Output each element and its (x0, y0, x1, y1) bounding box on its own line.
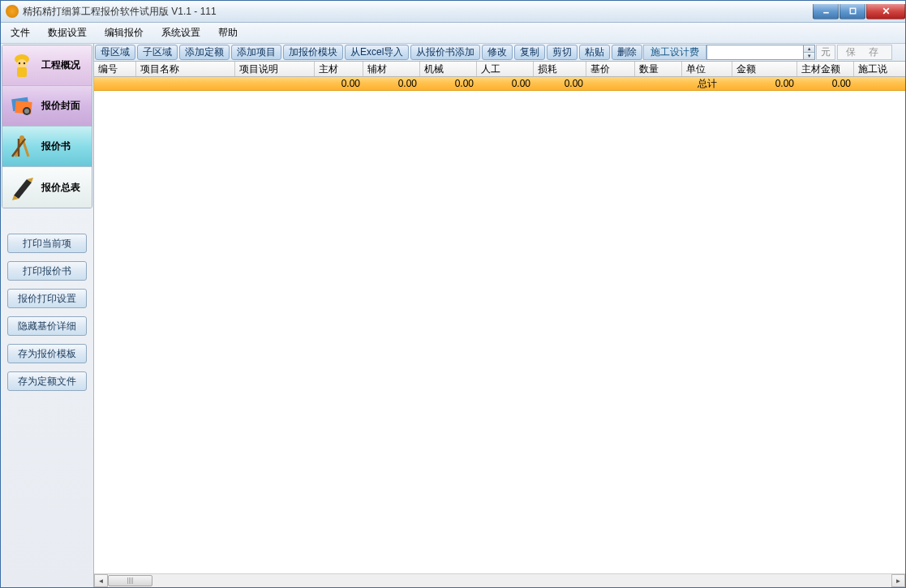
print-settings-button[interactable]: 报价打印设置 (7, 289, 87, 308)
total-main-material: 0.00 (315, 77, 363, 90)
table-header: 编号 项目名称 项目说明 主材 辅材 机械 人工 损耗 基价 数量 单位 金额 … (94, 62, 905, 77)
col-loss[interactable]: 损耗 (534, 62, 586, 76)
total-main-mat-amount: 0.00 (797, 77, 854, 90)
spinner-up-icon[interactable]: ▲ (804, 45, 814, 53)
svg-rect-1 (850, 8, 856, 14)
spinner-down-icon[interactable]: ▼ (804, 53, 814, 59)
horizontal-scrollbar[interactable]: ◄ ► (94, 573, 905, 587)
parent-region-button[interactable]: 母区域 (95, 45, 135, 60)
minimize-button[interactable] (813, 4, 839, 19)
add-quote-module-button[interactable]: 加报价模块 (283, 45, 343, 60)
print-quote-button[interactable]: 打印报价书 (7, 261, 87, 281)
child-region-button[interactable]: 子区域 (137, 45, 178, 60)
import-excel-button[interactable]: 从Excel导入 (345, 45, 409, 60)
add-item-button[interactable]: 添加项目 (231, 45, 281, 60)
content-area: 母区域 子区域 添加定额 添加项目 加报价模块 从Excel导入 从报价书添加 … (94, 44, 905, 587)
col-item-name[interactable]: 项目名称 (136, 62, 235, 76)
svg-point-7 (19, 62, 20, 63)
col-labor[interactable]: 人工 (477, 62, 534, 76)
svg-point-13 (19, 135, 24, 140)
print-current-button[interactable]: 打印当前项 (7, 234, 87, 253)
save-norm-file-button[interactable]: 存为定额文件 (7, 371, 87, 391)
nav-tab-label: 报价封面 (41, 99, 80, 113)
save-quote-template-button[interactable]: 存为报价模板 (7, 344, 87, 363)
menu-system-settings[interactable]: 系统设置 (161, 26, 200, 40)
total-aux-material: 0.00 (363, 77, 420, 90)
hide-base-price-button[interactable]: 隐藏基价详细 (7, 316, 87, 336)
scroll-thumb[interactable] (108, 575, 152, 586)
compass-icon (7, 132, 36, 161)
col-unit[interactable]: 单位 (682, 62, 732, 76)
total-machine: 0.00 (420, 77, 477, 90)
sidebar: 工程概况 报价封面 报价书 (1, 44, 94, 587)
title-bar: 精拓精打细算工程报价软件试用版 V1.1 - 111 (1, 1, 905, 23)
delete-button[interactable]: 删除 (612, 45, 642, 60)
nav-tab-label: 报价书 (41, 139, 71, 153)
scroll-left-button[interactable]: ◄ (94, 574, 108, 587)
total-loss: 0.00 (534, 77, 586, 90)
svg-point-12 (24, 109, 29, 114)
modify-button[interactable]: 修改 (482, 45, 513, 60)
col-aux-material[interactable]: 辅材 (363, 62, 420, 76)
nav-tab-label: 工程概况 (41, 58, 80, 72)
menu-file[interactable]: 文件 (11, 26, 30, 40)
save-button[interactable]: 保 存 (837, 45, 891, 60)
col-base-price[interactable]: 基价 (586, 62, 635, 76)
svg-rect-6 (17, 67, 27, 77)
menu-data-settings[interactable]: 数据设置 (48, 26, 87, 40)
worker-icon (7, 51, 36, 80)
total-label: 总计 (682, 77, 732, 90)
add-norm-button[interactable]: 添加定额 (179, 45, 230, 60)
paste-button[interactable]: 粘贴 (579, 45, 610, 60)
col-machine[interactable]: 机械 (420, 62, 477, 76)
total-row: 0.00 0.00 0.00 0.00 0.00 总计 0.00 0.00 (94, 77, 905, 91)
svg-point-8 (24, 62, 25, 63)
scroll-right-button[interactable]: ► (891, 574, 905, 587)
toolbar: 母区域 子区域 添加定额 添加项目 加报价模块 从Excel导入 从报价书添加 … (94, 44, 905, 62)
menu-help[interactable]: 帮助 (218, 26, 238, 40)
design-fee-label: 施工设计费 (643, 45, 706, 60)
col-quantity[interactable]: 数量 (635, 62, 682, 76)
window-title: 精拓精打细算工程报价软件试用版 V1.1 - 111 (23, 5, 217, 19)
scroll-track[interactable] (108, 574, 891, 587)
unit-label: 元 (816, 45, 835, 60)
maximize-button[interactable] (839, 4, 865, 19)
nav-tab-quote-cover[interactable]: 报价封面 (2, 86, 92, 127)
copy-button[interactable]: 复制 (514, 45, 545, 60)
col-main-material[interactable]: 主材 (315, 62, 363, 76)
menu-edit-quote[interactable]: 编辑报价 (105, 26, 144, 40)
app-icon (6, 5, 19, 18)
total-labor: 0.00 (477, 77, 534, 90)
nav-tab-quote-summary[interactable]: 报价总表 (2, 167, 92, 208)
pen-icon (7, 173, 36, 202)
nav-tab-project-overview[interactable]: 工程概况 (2, 45, 92, 86)
col-construction-desc[interactable]: 施工说 (854, 62, 905, 76)
close-button[interactable] (866, 4, 905, 19)
menu-bar: 文件 数据设置 编辑报价 系统设置 帮助 (1, 23, 905, 44)
nav-tab-label: 报价总表 (41, 181, 80, 195)
total-amount: 0.00 (732, 77, 797, 90)
fee-spinner[interactable]: ▲ ▼ (804, 45, 815, 60)
nav-tab-quote-book[interactable]: 报价书 (2, 127, 92, 167)
col-amount[interactable]: 金额 (732, 62, 797, 76)
data-grid[interactable] (94, 91, 905, 573)
col-item-desc[interactable]: 项目说明 (235, 62, 315, 76)
cut-button[interactable]: 剪切 (547, 45, 578, 60)
photos-icon (7, 92, 36, 121)
add-from-quote-button[interactable]: 从报价书添加 (410, 45, 480, 60)
design-fee-input[interactable] (706, 45, 804, 60)
col-number[interactable]: 编号 (94, 62, 136, 76)
col-main-mat-amount[interactable]: 主材金额 (797, 62, 854, 76)
